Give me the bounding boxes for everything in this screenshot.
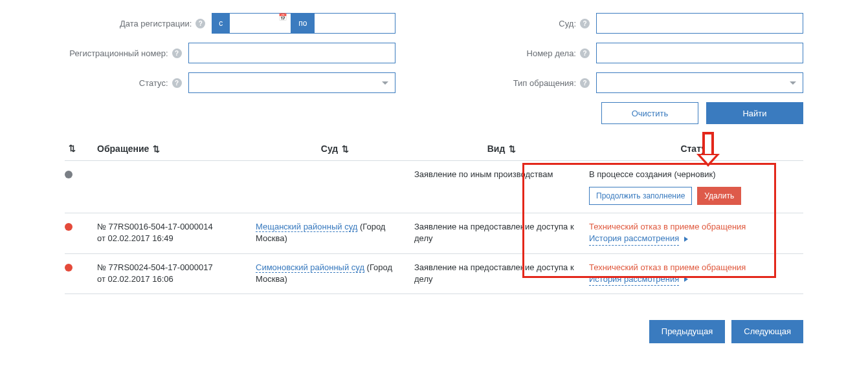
col-type[interactable]: Вид ⇅: [414, 144, 589, 154]
type-cell: Заявление на предоставление доступа к де…: [414, 221, 589, 244]
label-court: Суд:: [559, 19, 576, 28]
help-icon[interactable]: ?: [580, 78, 590, 88]
reg-number-input[interactable]: [188, 43, 395, 63]
row-actions: Продолжить заполнениеУдалить: [589, 187, 803, 205]
status-cell: Технический отказ в приеме обращенияИсто…: [589, 221, 803, 245]
date-to-prefix: по: [291, 13, 314, 34]
col-court[interactable]: Суд ⇅: [256, 144, 414, 154]
prev-page-button[interactable]: Предыдущая: [649, 320, 726, 343]
filter-appeal-type: Тип обращения: ?: [473, 72, 804, 93]
status-rejected: Технический отказ в приеме обращения: [589, 262, 803, 273]
case-number-input[interactable]: [596, 43, 803, 63]
filter-panel: Дата регистрации: ? с 📅 по Суд: ? Регист…: [0, 13, 868, 124]
sort-icon: ⇅: [69, 144, 76, 153]
status-cell: Технический отказ в приеме обращенияИсто…: [589, 262, 803, 286]
appeal-cell: № 77RS0016-504-17-0000014от 02.02.2017 1…: [97, 221, 256, 244]
sort-icon: ⇅: [342, 144, 349, 154]
status-rejected: Технический отказ в приеме обращения: [589, 221, 803, 233]
chevron-down-icon: [790, 81, 796, 85]
results-table: ⇅ Обращение ⇅ Суд ⇅ Вид ⇅ Статус Заявлен…: [0, 137, 868, 294]
filter-case-number: Номер дела: ?: [473, 43, 804, 63]
label-reg-number: Регистрационный номер:: [69, 48, 168, 58]
status-dot-icon: [65, 171, 72, 178]
sort-icon: ⇅: [509, 144, 516, 154]
delete-button[interactable]: Удалить: [697, 187, 741, 205]
status-dot-icon: [65, 264, 72, 272]
label-appeal-type: Тип обращения:: [513, 78, 576, 88]
help-icon[interactable]: ?: [580, 48, 590, 58]
help-icon[interactable]: ?: [172, 78, 182, 88]
date-from-input[interactable]: [230, 13, 291, 34]
history-link[interactable]: История рассмотрения: [589, 233, 679, 245]
status-dot-icon: [65, 223, 72, 231]
sort-icon: ⇅: [153, 144, 160, 154]
date-to-input[interactable]: [315, 13, 395, 34]
find-button[interactable]: Найти: [706, 102, 803, 124]
appeal-type-select[interactable]: [596, 72, 803, 93]
annotation-arrow-icon: [702, 132, 720, 167]
table-row: № 77RS0024-504-17-0000017от 02.02.2017 1…: [65, 254, 803, 294]
col-appeal[interactable]: Обращение ⇅: [97, 144, 256, 154]
help-icon[interactable]: ?: [172, 48, 182, 58]
filter-court: Суд: ?: [473, 13, 804, 34]
label-status: Статус:: [139, 78, 168, 88]
col-sort-status[interactable]: ⇅: [65, 144, 97, 153]
help-icon[interactable]: ?: [580, 19, 590, 28]
history-link[interactable]: История рассмотрения: [589, 273, 679, 286]
type-cell: Заявление на предоставление доступа к де…: [414, 262, 589, 285]
court-link[interactable]: Симоновский районный суд: [256, 262, 364, 273]
continue-fill-button[interactable]: Продолжить заполнение: [589, 187, 692, 205]
status-select[interactable]: [188, 72, 395, 93]
filter-status: Статус: ?: [65, 72, 395, 93]
triangle-right-icon: [684, 277, 688, 282]
label-case-number: Номер дела:: [527, 48, 576, 58]
date-from-prefix: с: [212, 13, 230, 34]
filter-buttons: Очистить Найти: [473, 102, 804, 124]
col-status: Статус: [589, 144, 803, 154]
court-input[interactable]: [596, 13, 803, 34]
appeal-cell: № 77RS0024-504-17-0000017от 02.02.2017 1…: [97, 262, 256, 285]
court-link[interactable]: Мещанский районный суд: [256, 222, 357, 232]
pagination: Предыдущая Следующая: [0, 320, 868, 343]
next-page-button[interactable]: Следующая: [731, 320, 803, 343]
chevron-down-icon: [382, 81, 388, 85]
header-appeal: Обращение: [97, 144, 149, 154]
triangle-right-icon: [684, 237, 688, 242]
table-row: Заявление по иным производствамВ процесс…: [65, 161, 803, 213]
table-row: № 77RS0016-504-17-0000014от 02.02.2017 1…: [65, 213, 803, 253]
header-type: Вид: [487, 144, 506, 154]
court-cell: Мещанский районный суд (Город Москва): [256, 221, 414, 244]
court-cell: Симоновский районный суд (Город Москва): [256, 262, 414, 285]
filter-reg-number: Регистрационный номер: ?: [65, 43, 395, 63]
clear-button[interactable]: Очистить: [601, 102, 698, 124]
type-cell: Заявление по иным производствам: [414, 169, 589, 180]
label-reg-date: Дата регистрации:: [120, 19, 192, 28]
help-icon[interactable]: ?: [195, 19, 205, 28]
date-range-field: с 📅 по: [212, 13, 395, 34]
table-header: ⇅ Обращение ⇅ Суд ⇅ Вид ⇅ Статус: [65, 137, 803, 161]
status-cell: В процессе создания (черновик)Продолжить…: [589, 169, 803, 205]
filter-reg-date: Дата регистрации: ? с 📅 по: [65, 13, 395, 34]
header-court: Суд: [321, 144, 338, 154]
